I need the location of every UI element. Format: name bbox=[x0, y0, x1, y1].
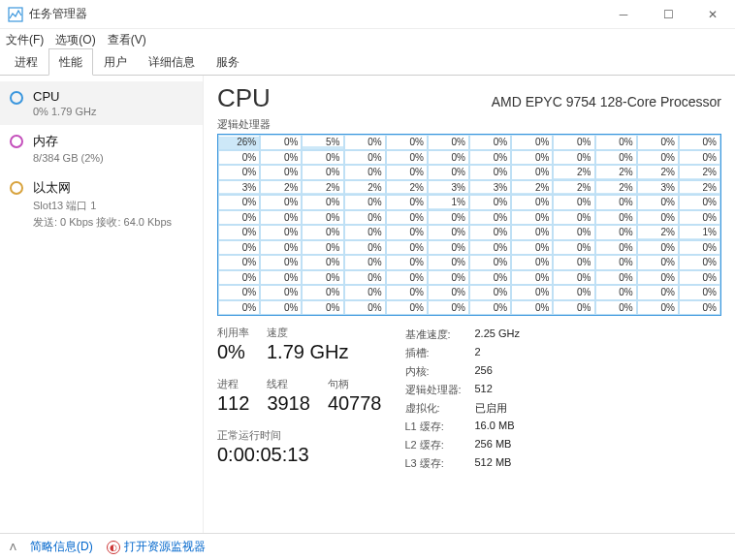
cpu-chart-icon bbox=[10, 91, 23, 105]
core-cell: 0% bbox=[679, 270, 720, 286]
core-cell: 0% bbox=[302, 285, 343, 300]
uptime-value: 0:00:05:13 bbox=[217, 444, 382, 466]
stat-进程: 进程112 bbox=[217, 377, 249, 415]
sidebar-item-ethernet[interactable]: 以太网 Slot13 端口 1 发送: 0 Kbps 接收: 64.0 Kbps bbox=[0, 171, 203, 237]
sidebar: CPU 0% 1.79 GHz 内存 8/384 GB (2%) 以太网 Slo… bbox=[0, 76, 204, 533]
core-cell: 0% bbox=[511, 225, 553, 240]
window-title: 任务管理器 bbox=[29, 6, 601, 22]
sidebar-item-label: CPU bbox=[33, 89, 96, 104]
core-cell: 0% bbox=[428, 300, 469, 316]
core-cell: 0% bbox=[218, 210, 260, 226]
core-cell: 0% bbox=[469, 240, 511, 256]
core-cell: 0% bbox=[428, 150, 469, 166]
core-cell: 0% bbox=[260, 135, 302, 150]
core-cell: 0% bbox=[595, 195, 637, 210]
core-cell: 0% bbox=[679, 210, 720, 226]
core-cell: 0% bbox=[218, 195, 260, 210]
core-cell: 0% bbox=[386, 150, 428, 166]
core-cell: 0% bbox=[595, 210, 637, 226]
core-cell: 0% bbox=[511, 285, 553, 300]
core-cell: 0% bbox=[302, 300, 343, 316]
main-panel: CPU AMD EPYC 9754 128-Core Processor 逻辑处… bbox=[204, 76, 735, 533]
core-cell: 0% bbox=[428, 255, 469, 270]
core-cell: 0% bbox=[218, 300, 260, 316]
menu-options[interactable]: 选项(O) bbox=[55, 32, 95, 48]
core-cell: 0% bbox=[302, 225, 343, 240]
core-cell: 0% bbox=[428, 225, 469, 240]
core-cell: 0% bbox=[344, 240, 386, 256]
core-cell: 3% bbox=[428, 180, 469, 196]
core-cell: 3% bbox=[469, 180, 511, 196]
core-cell: 0% bbox=[595, 240, 637, 256]
core-cell: 0% bbox=[302, 240, 343, 256]
titlebar: 任务管理器 ─ ☐ ✕ bbox=[0, 0, 735, 29]
core-cell: 0% bbox=[344, 255, 386, 270]
core-cell: 0% bbox=[595, 255, 637, 270]
close-button[interactable]: ✕ bbox=[690, 0, 735, 29]
core-cell: 0% bbox=[511, 135, 553, 150]
core-cell: 0% bbox=[637, 255, 679, 270]
core-cell: 0% bbox=[469, 150, 511, 166]
core-cell: 0% bbox=[428, 165, 469, 180]
cpu-core-grid: 26%0%5%0%0%0%0%0%0%0%0%0%0%0%0%0%0%0%0%0… bbox=[217, 134, 721, 316]
tab-3[interactable]: 详细信息 bbox=[138, 48, 206, 75]
maximize-button[interactable]: ☐ bbox=[646, 0, 690, 29]
core-cell: 0% bbox=[302, 270, 343, 286]
tab-1[interactable]: 性能 bbox=[48, 48, 93, 76]
core-cell: 0% bbox=[553, 240, 594, 256]
detail-row: 逻辑处理器:512 bbox=[405, 383, 520, 397]
core-cell: 0% bbox=[469, 270, 511, 286]
core-cell: 0% bbox=[511, 195, 553, 210]
core-cell: 0% bbox=[679, 300, 720, 316]
core-cell: 0% bbox=[260, 255, 302, 270]
core-cell: 0% bbox=[469, 285, 511, 300]
sidebar-item-cpu[interactable]: CPU 0% 1.79 GHz bbox=[0, 81, 203, 125]
sidebar-item-sub: 0% 1.79 GHz bbox=[33, 106, 96, 117]
stat-线程: 线程3918 bbox=[267, 377, 310, 415]
core-cell: 0% bbox=[469, 195, 511, 210]
menu-view[interactable]: 查看(V) bbox=[108, 32, 146, 48]
detail-row: 虚拟化:已启用 bbox=[405, 401, 520, 416]
core-cell: 0% bbox=[511, 255, 553, 270]
core-cell: 0% bbox=[679, 195, 720, 210]
sidebar-item-label: 以太网 bbox=[33, 179, 172, 197]
minimize-button[interactable]: ─ bbox=[601, 0, 646, 29]
core-cell: 0% bbox=[553, 285, 594, 300]
core-cell: 0% bbox=[260, 270, 302, 286]
detail-row: L2 缓存:256 MB bbox=[405, 438, 520, 452]
sidebar-item-memory[interactable]: 内存 8/384 GB (2%) bbox=[0, 125, 203, 171]
core-cell: 2% bbox=[511, 180, 553, 196]
core-cell: 0% bbox=[344, 210, 386, 226]
menubar: 文件(F) 选项(O) 查看(V) bbox=[0, 29, 735, 50]
stat-速度: 速度1.79 GHz bbox=[267, 326, 348, 363]
core-cell: 0% bbox=[218, 255, 260, 270]
core-cell: 2% bbox=[386, 180, 428, 196]
menu-file[interactable]: 文件(F) bbox=[6, 32, 44, 48]
tab-0[interactable]: 进程 bbox=[4, 48, 48, 75]
detail-row: 插槽:2 bbox=[405, 346, 520, 360]
sidebar-item-sub2: 发送: 0 Kbps 接收: 64.0 Kbps bbox=[33, 215, 172, 230]
core-cell: 3% bbox=[637, 180, 679, 196]
core-cell: 0% bbox=[386, 135, 428, 150]
core-cell: 2% bbox=[344, 180, 386, 196]
core-cell: 0% bbox=[595, 270, 637, 286]
tab-4[interactable]: 服务 bbox=[206, 48, 250, 75]
core-cell: 0% bbox=[344, 270, 386, 286]
resource-monitor-link[interactable]: ◐ 打开资源监视器 bbox=[107, 539, 206, 555]
core-cell: 0% bbox=[344, 135, 386, 150]
processor-name: AMD EPYC 9754 128-Core Processor bbox=[492, 94, 721, 109]
core-cell: 0% bbox=[595, 135, 637, 150]
tabbar: 进程性能用户详细信息服务 bbox=[0, 50, 735, 76]
core-cell: 0% bbox=[469, 225, 511, 240]
core-cell: 0% bbox=[344, 150, 386, 166]
core-cell: 0% bbox=[218, 225, 260, 240]
core-cell: 0% bbox=[469, 300, 511, 316]
brief-info-link[interactable]: 简略信息(D) bbox=[30, 539, 93, 555]
core-cell: 0% bbox=[511, 150, 553, 166]
core-cell: 0% bbox=[511, 300, 553, 316]
core-cell: 0% bbox=[386, 270, 428, 286]
core-cell: 0% bbox=[218, 165, 260, 180]
chevron-up-icon[interactable]: ᐱ bbox=[10, 542, 16, 552]
core-cell: 0% bbox=[386, 300, 428, 316]
tab-2[interactable]: 用户 bbox=[93, 48, 138, 75]
